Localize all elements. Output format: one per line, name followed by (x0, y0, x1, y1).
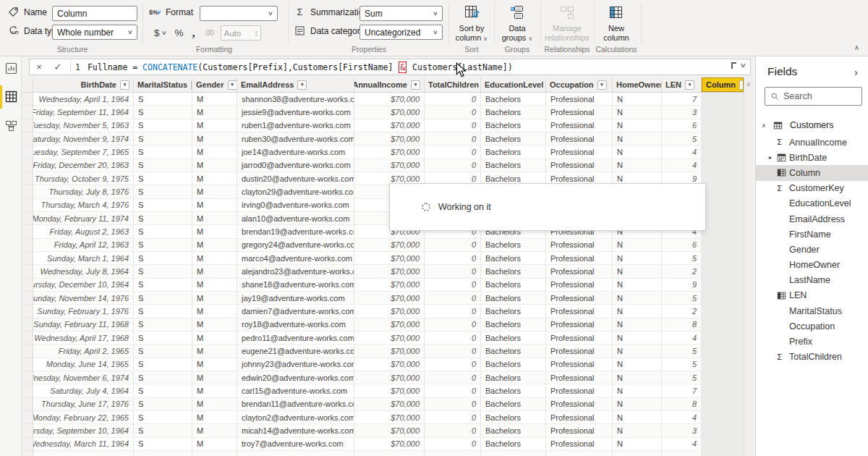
column-header[interactable]: TotalChildren ▾ (425, 77, 481, 92)
cell-educationlevel[interactable]: Bachelors (481, 279, 546, 292)
table-row[interactable]: Sunday, February 11, 1968 S M roy18@adve… (22, 318, 744, 332)
cell-homeowner[interactable] (613, 451, 662, 456)
cell-educationlevel[interactable] (481, 451, 546, 456)
formula-expand-chevron-icon[interactable]: ∨ (740, 62, 747, 69)
cell-emailaddress[interactable]: carl15@adventure-works.com (237, 384, 354, 397)
cell-emailaddress[interactable]: ruben30@adventure-works.com (237, 132, 354, 145)
data-type-select[interactable]: Whole number ∨ (52, 25, 137, 40)
cell-maritalstatus[interactable]: S (134, 106, 192, 119)
cell-maritalstatus[interactable]: S (134, 411, 192, 424)
cell-annualincome[interactable]: $70,000 (354, 424, 425, 437)
cell-birthdate[interactable]: Sunday, March 1, 1964 (33, 252, 134, 265)
cell-gender[interactable]: M (192, 318, 237, 332)
cell-column[interactable] (702, 279, 744, 292)
field-item-birthdate[interactable]: ▸ BirthDate (756, 150, 868, 165)
cell-maritalstatus[interactable]: S (134, 225, 192, 238)
cell-totalchildren[interactable]: 0 (425, 332, 481, 345)
cell-educationlevel[interactable]: Bachelors (481, 239, 546, 252)
table-row[interactable]: Saturday, July 4, 1964 S M carl15@advent… (22, 384, 744, 397)
cell-len[interactable]: 9 (662, 279, 702, 292)
cell-totalchildren[interactable]: 0 (425, 145, 481, 159)
cell-len[interactable]: 2 (662, 305, 702, 318)
cell-educationlevel[interactable]: Bachelors (481, 358, 546, 371)
sort-by-column-button[interactable]: Sort by column ∨ (453, 3, 490, 43)
summarization-select[interactable]: Sum ∨ (359, 6, 443, 21)
cell-birthdate[interactable]: Thursday, March 4, 1976 (33, 199, 134, 212)
cell-homeowner[interactable]: N (613, 119, 662, 132)
cell-gender[interactable]: M (192, 159, 237, 172)
cell-occupation[interactable]: Professional (546, 318, 613, 332)
cell-maritalstatus[interactable]: S (134, 345, 192, 358)
cell-maritalstatus[interactable]: S (134, 384, 192, 397)
table-row[interactable]: Wednesday, July 8, 1964 S M alejandro23@… (22, 265, 744, 278)
cell-len[interactable]: 7 (662, 384, 702, 397)
cell-birthdate[interactable]: Monday, June 14, 1965 (33, 358, 134, 371)
cell-len[interactable]: 5 (662, 292, 702, 305)
cell-column[interactable] (702, 438, 744, 451)
cell-educationlevel[interactable]: Bachelors (481, 252, 546, 265)
cell-len[interactable]: 4 (662, 145, 702, 159)
filter-dropdown-button[interactable]: ▾ (228, 80, 237, 90)
column-header[interactable]: EducationLevel ▾ (481, 77, 546, 92)
cell-annualincome[interactable]: $70,000 (354, 279, 425, 292)
cell-homeowner[interactable]: N (613, 106, 662, 119)
cell-birthdate[interactable]: Friday, December 20, 1963 (33, 159, 134, 172)
cell-occupation[interactable]: Professional (546, 279, 613, 292)
cell-maritalstatus[interactable]: S (134, 239, 192, 252)
cell-occupation[interactable]: Professional (546, 384, 613, 397)
cell-totalchildren[interactable]: 0 (425, 318, 481, 332)
table-row[interactable]: Thursday, September 10, 1964 S M micah14… (22, 424, 744, 437)
cell-annualincome[interactable]: $70,000 (354, 292, 425, 305)
cell-annualincome[interactable]: $70,000 (354, 305, 425, 318)
cell-emailaddress[interactable]: ruben1@adventure-works.com (237, 119, 354, 132)
cell-annualincome[interactable]: $70,000 (354, 438, 425, 451)
cell-birthdate[interactable]: Monday, February 22, 1965 (33, 411, 134, 424)
cell-emailaddress[interactable]: marco4@adventure-works.com (237, 252, 354, 265)
cell-maritalstatus[interactable]: S (134, 159, 192, 172)
column-header[interactable]: Gender ▾ (192, 77, 237, 92)
cell-annualincome[interactable]: $70,000 (354, 371, 425, 384)
cell-birthdate[interactable]: Tuesday, November 5, 1963 (33, 119, 134, 132)
cell-annualincome[interactable]: $70,000 (354, 106, 425, 119)
field-item-prefix[interactable]: Prefix (756, 334, 868, 349)
cell-birthdate[interactable]: Wednesday, April 17, 1968 (33, 332, 134, 345)
cell-homeowner[interactable]: N (613, 305, 662, 318)
cell-len[interactable] (662, 451, 702, 456)
cell-homeowner[interactable]: N (613, 239, 662, 252)
cell-emailaddress[interactable] (237, 451, 354, 456)
table-row[interactable]: Wednesday, March 11, 1964 S M troy7@adve… (22, 438, 744, 451)
cell-educationlevel[interactable]: Bachelors (481, 371, 546, 384)
cell-maritalstatus[interactable]: S (134, 93, 192, 106)
cell-homeowner[interactable]: N (613, 384, 662, 397)
cell-emailaddress[interactable]: irving0@adventure-works.com (237, 199, 354, 212)
cell-educationlevel[interactable]: Bachelors (481, 398, 546, 411)
cell-totalchildren[interactable]: 0 (425, 305, 481, 318)
cell-emailaddress[interactable]: alejandro23@adventure-works.com (237, 265, 354, 278)
cell-homeowner[interactable]: N (613, 332, 662, 345)
decimal-places-button[interactable]: .00 (202, 29, 216, 37)
cell-birthdate[interactable]: Wednesday, July 8, 1964 (33, 265, 134, 278)
cell-emailaddress[interactable]: jessie9@adventure-works.com (237, 106, 354, 119)
cell-gender[interactable]: M (192, 265, 237, 278)
cell-educationlevel[interactable]: Bachelors (481, 106, 546, 119)
cell-birthdate[interactable]: Wednesday, April 1, 1964 (33, 93, 134, 106)
fields-search-box[interactable] (765, 87, 862, 106)
expander-icon[interactable]: ∧ (762, 122, 769, 129)
cell-gender[interactable]: M (192, 239, 237, 252)
cell-len[interactable]: 5 (662, 371, 702, 384)
table-row[interactable]: Wednesday, November 6, 1974 S M edwin20@… (22, 371, 744, 384)
field-item-gender[interactable]: Gender (756, 242, 868, 257)
cell-gender[interactable]: M (192, 145, 237, 159)
cell-annualincome[interactable]: $70,000 (354, 265, 425, 278)
cell-homeowner[interactable]: N (613, 279, 662, 292)
cell-birthdate[interactable]: Monday, February 11, 1974 (33, 212, 134, 225)
table-row[interactable]: Wednesday, April 1, 1964 S M shannon38@a… (22, 93, 744, 106)
cell-column[interactable] (702, 411, 744, 424)
column-header[interactable]: Occupation ▾ (546, 77, 613, 92)
cell-educationlevel[interactable]: Bachelors (481, 305, 546, 318)
cell-totalchildren[interactable]: 0 (425, 93, 481, 106)
data-category-select[interactable]: Uncategorized ∨ (359, 25, 443, 40)
data-groups-button[interactable]: Data groups ∨ (498, 3, 537, 43)
cell-column[interactable] (702, 384, 744, 397)
cell-emailaddress[interactable]: brendan11@adventure-works.com (237, 398, 354, 411)
